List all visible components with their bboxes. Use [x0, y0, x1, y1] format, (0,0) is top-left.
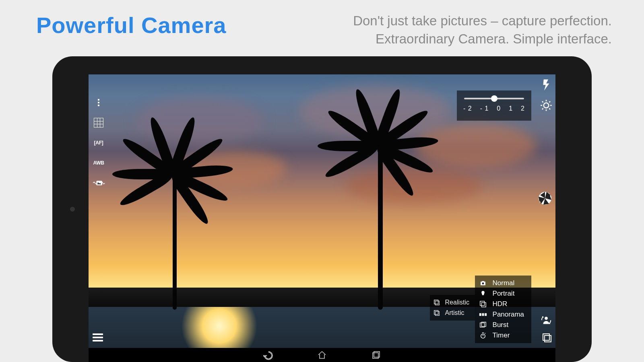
hdr-submode-artistic[interactable]: Artistic	[433, 308, 469, 318]
nav-recents-button[interactable]	[371, 350, 381, 360]
mode-timer[interactable]: Timer	[479, 330, 524, 341]
aperture-icon	[538, 191, 552, 206]
grid-toggle-button[interactable]	[92, 117, 105, 129]
mode-label: HDR	[493, 300, 508, 308]
focus-mode-button[interactable]: [AF]	[92, 137, 105, 149]
svg-point-16	[482, 282, 484, 284]
nav-home-button[interactable]	[317, 350, 327, 360]
android-navbar	[89, 348, 555, 362]
svg-rect-15	[435, 311, 439, 315]
recents-icon	[371, 350, 381, 360]
page-title: Powerful Camera	[36, 12, 227, 38]
mode-normal[interactable]: Normal	[479, 278, 524, 288]
gallery-stack-icon	[542, 333, 552, 343]
shutter-button[interactable]	[538, 191, 552, 206]
tablet-screen: [AF] AWB	[89, 74, 555, 362]
capture-mode-menu: Normal Portrait HDR Panorama Burst	[475, 276, 531, 343]
exposure-slider-thumb[interactable]	[491, 95, 497, 102]
mode-label: Normal	[493, 279, 515, 287]
hamburger-menu-button[interactable]	[93, 332, 103, 343]
svg-rect-12	[434, 300, 438, 304]
svg-line-27	[485, 333, 485, 334]
kebab-menu-icon[interactable]	[92, 97, 105, 109]
portrait-icon	[479, 290, 487, 297]
stabilization-button[interactable]	[92, 177, 105, 189]
svg-line-8	[549, 109, 551, 110]
svg-rect-18	[481, 302, 486, 307]
right-controls	[540, 78, 552, 111]
switch-camera-icon	[540, 314, 552, 326]
flash-button[interactable]	[540, 78, 552, 90]
svg-rect-33	[373, 353, 378, 358]
svg-rect-31	[543, 334, 549, 340]
grid-icon	[94, 118, 103, 128]
mode-portrait[interactable]: Portrait	[479, 288, 524, 299]
promo-header: Powerful Camera Don't just take pictures…	[0, 12, 644, 48]
exposure-tick-labels: - 2 - 1 0 1 2	[463, 105, 525, 112]
hdr-submode-menu: Realistic Artistic	[430, 295, 475, 321]
mode-label: Burst	[493, 321, 509, 329]
nav-back-button[interactable]	[263, 350, 273, 360]
svg-rect-14	[434, 311, 438, 315]
svg-rect-20	[482, 313, 484, 316]
mode-burst[interactable]: Burst	[479, 320, 524, 330]
mode-label: Panorama	[493, 311, 524, 319]
svg-rect-21	[485, 313, 487, 316]
stack-icon	[433, 299, 440, 306]
svg-point-2	[544, 103, 549, 108]
gallery-button[interactable]	[542, 333, 552, 343]
brightness-gear-icon	[540, 99, 552, 111]
hdr-icon	[479, 300, 487, 308]
camera-viewfinder[interactable]: [AF] AWB	[89, 74, 555, 348]
back-icon	[263, 350, 273, 360]
svg-rect-0	[96, 181, 102, 185]
svg-line-9	[542, 109, 543, 110]
mode-panorama[interactable]: Panorama	[479, 309, 524, 320]
svg-rect-13	[435, 301, 439, 305]
svg-rect-32	[545, 335, 551, 342]
mode-label: Timer	[493, 331, 510, 339]
home-icon	[317, 350, 327, 360]
white-balance-button[interactable]: AWB	[92, 157, 105, 169]
tablet-front-camera	[70, 207, 75, 212]
left-controls: [AF] AWB	[92, 97, 105, 189]
svg-rect-19	[479, 313, 481, 316]
flash-icon	[540, 78, 552, 90]
svg-point-28	[545, 317, 548, 320]
switch-camera-button[interactable]	[540, 314, 552, 326]
exposure-panel: - 2 - 1 0 1 2	[457, 90, 531, 121]
svg-rect-34	[374, 352, 380, 357]
exposure-settings-button[interactable]	[540, 99, 552, 111]
exposure-slider[interactable]	[464, 98, 524, 99]
stack-icon	[433, 309, 440, 317]
stabilization-icon	[92, 179, 105, 187]
mode-label: Portrait	[493, 290, 515, 298]
mode-hdr[interactable]: HDR	[479, 299, 524, 309]
page-subtitle: Don't just take pictures – capture perfe…	[353, 12, 612, 48]
svg-line-10	[549, 101, 551, 103]
timer-icon	[479, 332, 487, 339]
svg-line-7	[542, 101, 543, 103]
mode-label: Artistic	[445, 309, 464, 317]
svg-rect-17	[480, 301, 484, 306]
svg-marker-29	[542, 316, 544, 318]
camera-icon	[479, 280, 487, 287]
tablet-frame: [AF] AWB	[52, 56, 592, 362]
burst-icon	[479, 321, 487, 329]
hdr-submode-realistic[interactable]: Realistic	[433, 297, 469, 308]
mode-label: Realistic	[445, 299, 469, 306]
panorama-icon	[479, 312, 487, 317]
